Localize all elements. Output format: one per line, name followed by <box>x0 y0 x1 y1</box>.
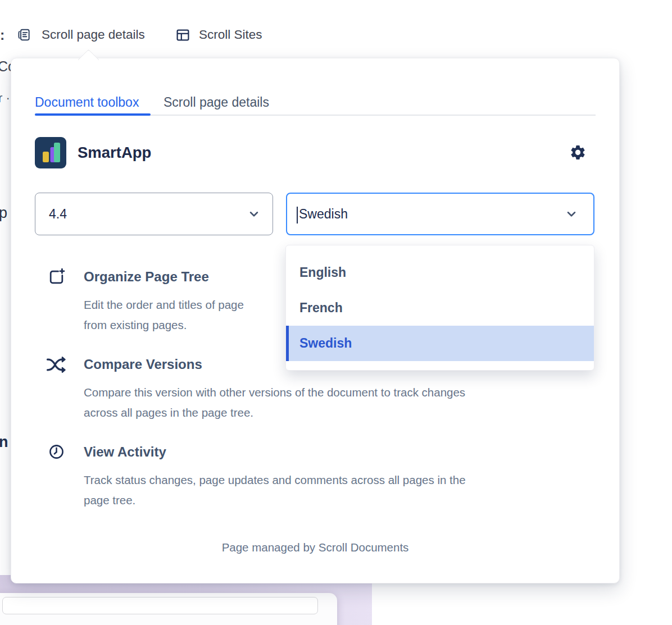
feature-title: Organize Page Tree <box>84 267 244 286</box>
layout-icon <box>175 28 190 43</box>
background-input-field[interactable] <box>2 597 318 614</box>
feature-description: Track status changes, page updates and c… <box>84 470 466 510</box>
language-option-swedish[interactable]: Swedish <box>286 326 594 361</box>
toolbar-item-label: Scroll page details <box>42 27 145 43</box>
toolbar-item-scroll-sites[interactable]: Scroll Sites <box>175 27 262 43</box>
clock-icon <box>44 442 69 510</box>
bg-text-fragment: p <box>0 204 7 222</box>
feature-view-activity[interactable]: View Activity Track status changes, page… <box>44 442 594 510</box>
feature-title: View Activity <box>84 442 466 461</box>
language-option-french[interactable]: French <box>286 290 594 326</box>
toolbar-item-scroll-page-details[interactable]: Scroll page details <box>17 27 145 43</box>
journal-icon <box>17 28 31 42</box>
version-select-value: 4.4 <box>49 207 67 222</box>
language-dropdown: English French Swedish <box>285 245 594 371</box>
smartapp-logo-icon <box>35 137 66 168</box>
screen: Co r · p n : Scroll page details <box>0 0 672 625</box>
bg-text-fragment: n <box>0 434 8 451</box>
background-card <box>0 593 337 625</box>
feature-description: Compare this version with other versions… <box>84 382 465 422</box>
language-select[interactable]: Swedish <box>286 193 594 235</box>
feature-description: Edit the order and titles of page from e… <box>84 295 244 335</box>
toolbar-item-label: Scroll Sites <box>199 27 262 43</box>
add-page-icon <box>44 267 69 335</box>
toolbar-edge-fragment: : <box>0 27 4 43</box>
tab-document-toolbox[interactable]: Document toolbox <box>35 94 139 111</box>
chevron-down-icon <box>564 207 579 223</box>
managed-by-link[interactable]: Page managed by Scroll Documents <box>11 541 619 554</box>
tab-scroll-page-details[interactable]: Scroll page details <box>164 94 269 111</box>
chevron-down-icon <box>247 207 261 223</box>
language-option-english[interactable]: English <box>286 255 594 290</box>
language-select-value: Swedish <box>299 207 348 222</box>
gear-icon[interactable] <box>569 144 587 161</box>
active-tab-underline <box>35 113 151 116</box>
shuffle-icon <box>44 355 69 422</box>
bg-text-fragment: r · <box>0 91 10 106</box>
version-select[interactable]: 4.4 <box>35 193 273 235</box>
text-cursor <box>297 207 298 223</box>
app-title: SmartApp <box>78 143 151 162</box>
